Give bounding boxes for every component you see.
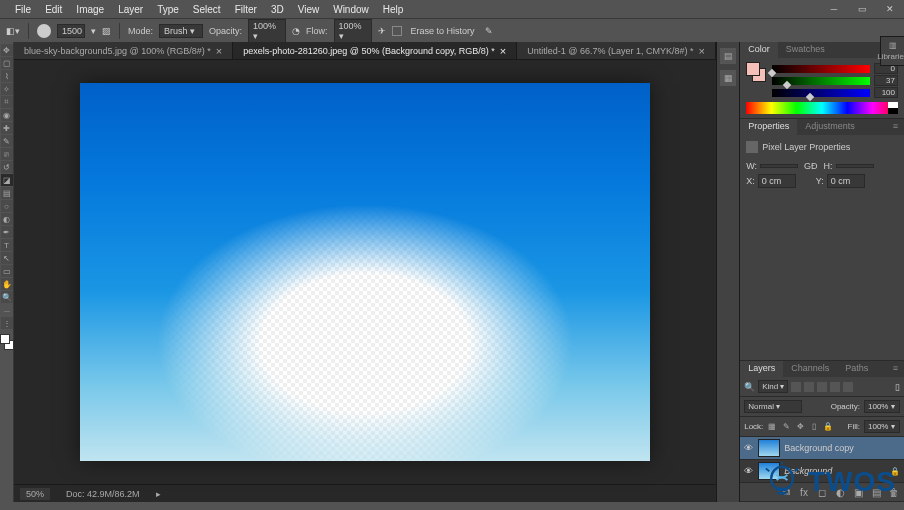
opacity-input[interactable]: 100% ▾ — [248, 19, 286, 43]
filter-adjust-icon[interactable] — [804, 382, 814, 392]
blend-mode-select[interactable]: Normal ▾ — [744, 400, 802, 413]
tab-color[interactable]: Color — [740, 42, 778, 58]
menu-window[interactable]: Window — [326, 4, 376, 15]
tab-adjustments[interactable]: Adjustments — [797, 119, 863, 135]
lock-image-icon[interactable]: ✎ — [781, 422, 791, 432]
y-input[interactable]: 0 cm — [827, 174, 865, 188]
color-swatches[interactable] — [0, 334, 14, 350]
type-tool[interactable]: T — [1, 239, 13, 251]
link-wh-icon[interactable]: GĐ — [804, 161, 818, 171]
shape-tool[interactable]: ▭ — [1, 265, 13, 277]
filter-kind-select[interactable]: Kind ▾ — [758, 380, 788, 393]
heal-tool[interactable]: ✚ — [1, 122, 13, 134]
path-tool[interactable]: ↖ — [1, 252, 13, 264]
filter-pixel-icon[interactable] — [791, 382, 801, 392]
visibility-toggle[interactable]: 👁 — [744, 466, 754, 476]
tab-channels[interactable]: Channels — [783, 361, 837, 377]
menu-3d[interactable]: 3D — [264, 4, 291, 15]
h-input[interactable] — [836, 164, 874, 168]
panel-menu-icon[interactable]: ≡ — [887, 361, 904, 377]
libraries-tab[interactable]: ▥ Libraries — [880, 36, 904, 66]
lock-all-icon[interactable]: 🔒 — [823, 422, 833, 432]
tab-properties[interactable]: Properties — [740, 119, 797, 135]
lock-transparency-icon[interactable]: ▦ — [767, 422, 777, 432]
lasso-tool[interactable]: ⌇ — [1, 70, 13, 82]
fg-swatch[interactable] — [746, 62, 760, 76]
close-icon[interactable]: × — [500, 45, 506, 57]
flow-input[interactable]: 100% ▾ — [334, 19, 372, 43]
wand-tool[interactable]: ✧ — [1, 83, 13, 95]
layer-name[interactable]: Background copy — [784, 443, 854, 453]
close-icon[interactable]: × — [698, 45, 704, 57]
menu-select[interactable]: Select — [186, 4, 228, 15]
eraser-tool-icon[interactable]: ◧▾ — [6, 26, 20, 36]
erase-history-checkbox[interactable] — [392, 26, 402, 36]
canvas[interactable] — [80, 83, 650, 461]
fg-color-swatch[interactable] — [0, 334, 10, 344]
tab-layers[interactable]: Layers — [740, 361, 783, 377]
gradient-tool[interactable]: ▤ — [1, 187, 13, 199]
filter-smart-icon[interactable] — [843, 382, 853, 392]
brush-size-value[interactable]: 1500 — [57, 24, 85, 38]
minimize-button[interactable]: ─ — [820, 0, 848, 18]
eyedropper-tool[interactable]: ◉ — [1, 109, 13, 121]
zoom-tool[interactable]: 🔍 — [1, 291, 13, 303]
actions-panel-icon[interactable]: ▦ — [720, 70, 736, 86]
blur-tool[interactable]: ○ — [1, 200, 13, 212]
color-spectrum[interactable] — [746, 102, 898, 114]
doc-tab-0[interactable]: blue-sky-background5.jpg @ 100% (RGB/8#)… — [14, 42, 233, 59]
filter-shape-icon[interactable] — [830, 382, 840, 392]
filter-type-icon[interactable] — [817, 382, 827, 392]
menu-layer[interactable]: Layer — [111, 4, 150, 15]
layer-thumbnail[interactable] — [758, 439, 780, 457]
menu-help[interactable]: Help — [376, 4, 411, 15]
visibility-toggle[interactable]: 👁 — [744, 443, 754, 453]
menu-edit[interactable]: Edit — [38, 4, 69, 15]
dodge-tool[interactable]: ◐ — [1, 213, 13, 225]
g-value[interactable]: 37 — [874, 75, 898, 86]
filter-toggle[interactable]: ▯ — [895, 382, 900, 392]
panel-menu-icon[interactable]: ≡ — [887, 119, 904, 135]
pen-tool[interactable]: ✒ — [1, 226, 13, 238]
x-input[interactable]: 0 cm — [758, 174, 796, 188]
g-slider[interactable] — [772, 77, 870, 85]
brush-panel-icon[interactable]: ▨ — [102, 26, 111, 36]
lock-artboard-icon[interactable]: ▯ — [809, 422, 819, 432]
brush-dropdown-icon[interactable]: ▾ — [91, 26, 96, 36]
crop-tool[interactable]: ⌗ — [1, 96, 13, 108]
edit-toolbar-button[interactable]: ⋮ — [1, 317, 13, 329]
brush-tool[interactable]: ✎ — [1, 135, 13, 147]
w-input[interactable] — [760, 164, 798, 168]
airbrush-icon[interactable]: ✈ — [378, 26, 386, 36]
r-slider[interactable] — [772, 65, 870, 73]
menu-view[interactable]: View — [291, 4, 327, 15]
brush-preview-icon[interactable] — [37, 24, 51, 38]
status-chevron-icon[interactable]: ▸ — [156, 489, 161, 499]
layer-row[interactable]: 👁 Background copy — [740, 437, 904, 460]
menu-type[interactable]: Type — [150, 4, 186, 15]
zoom-level[interactable]: 50% — [20, 488, 50, 500]
canvas-viewport[interactable] — [14, 60, 716, 484]
pressure-opacity-icon[interactable]: ◔ — [292, 26, 300, 36]
close-button[interactable]: ✕ — [876, 0, 904, 18]
mode-select[interactable]: Brush ▾ — [159, 24, 203, 38]
eraser-tool[interactable]: ◪ — [1, 174, 13, 186]
hand-tool[interactable]: ✋ — [1, 278, 13, 290]
pressure-size-icon[interactable]: ✎ — [485, 26, 493, 36]
tab-swatches[interactable]: Swatches — [778, 42, 833, 58]
doc-tab-1[interactable]: pexels-photo-281260.jpeg @ 50% (Backgrou… — [233, 42, 517, 59]
tool-expand-icon[interactable]: ⋯ — [1, 304, 13, 316]
b-slider[interactable] — [772, 89, 870, 97]
doc-tab-2[interactable]: Untitled-1 @ 66.7% (Layer 1, CMYK/8#) *× — [517, 42, 716, 59]
lock-position-icon[interactable]: ✥ — [795, 422, 805, 432]
history-brush-tool[interactable]: ↺ — [1, 161, 13, 173]
history-panel-icon[interactable]: ▤ — [720, 48, 736, 64]
move-tool[interactable]: ✥ — [1, 44, 13, 56]
tab-paths[interactable]: Paths — [837, 361, 876, 377]
marquee-tool[interactable]: ▢ — [1, 57, 13, 69]
fill-input[interactable]: 100% ▾ — [864, 420, 900, 433]
kind-icon[interactable]: 🔍 — [744, 382, 755, 392]
menu-file[interactable]: File — [8, 4, 38, 15]
b-value[interactable]: 100 — [874, 87, 898, 98]
stamp-tool[interactable]: ⎚ — [1, 148, 13, 160]
